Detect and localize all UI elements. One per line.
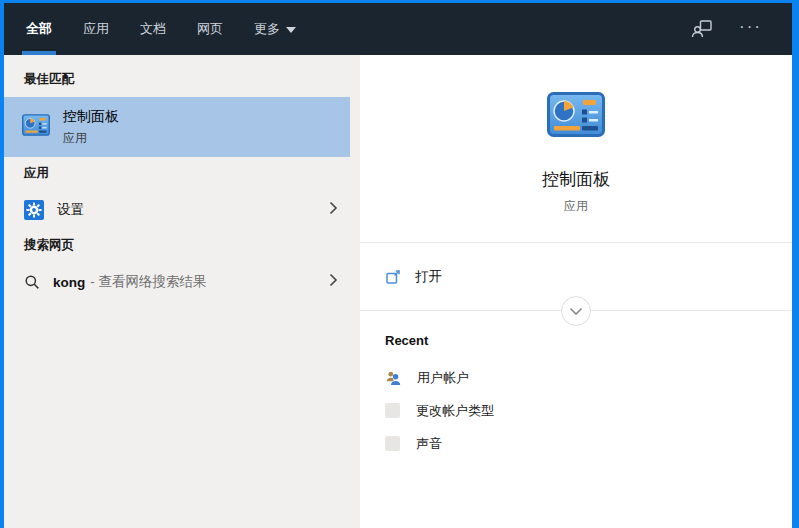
tab-all[interactable]: 全部 bbox=[24, 3, 54, 55]
blank-icon bbox=[385, 403, 400, 418]
best-match-title: 控制面板 bbox=[63, 108, 119, 126]
result-settings[interactable]: 设置 bbox=[4, 191, 360, 229]
result-control-panel[interactable]: 控制面板 应用 bbox=[4, 97, 350, 157]
recent-item-label: 更改帐户类型 bbox=[416, 402, 494, 420]
tab-documents[interactable]: 文档 bbox=[138, 3, 168, 55]
recent-header: Recent bbox=[385, 333, 792, 348]
best-match-header: 最佳匹配 bbox=[4, 63, 360, 97]
chevron-right-icon bbox=[328, 273, 338, 291]
recent-section: Recent 用户帐户 更改帐户类型 bbox=[360, 311, 792, 460]
settings-label: 设置 bbox=[57, 201, 84, 219]
search-tabs-bar: 全部 应用 文档 网页 更多 bbox=[4, 3, 792, 55]
blank-icon bbox=[385, 436, 400, 451]
search-content: 最佳匹配 bbox=[4, 55, 792, 528]
preview-panel: 控制面板 应用 打开 bbox=[360, 55, 792, 528]
open-action-label: 打开 bbox=[415, 268, 442, 286]
results-panel: 最佳匹配 bbox=[4, 55, 360, 528]
recent-item-label: 声音 bbox=[416, 435, 442, 453]
tab-documents-label: 文档 bbox=[140, 20, 166, 38]
open-external-icon bbox=[385, 269, 401, 285]
recent-item-change-account-type[interactable]: 更改帐户类型 bbox=[385, 394, 792, 427]
preview-title: 控制面板 bbox=[360, 168, 792, 191]
apps-section-header: 应用 bbox=[4, 157, 360, 191]
control-panel-icon-large bbox=[547, 123, 605, 140]
tab-more[interactable]: 更多 bbox=[252, 3, 298, 55]
search-icon bbox=[24, 274, 40, 290]
settings-gear-icon bbox=[24, 200, 44, 220]
web-search-description: - 查看网络搜索结果 bbox=[90, 273, 206, 291]
chevron-right-icon bbox=[328, 201, 338, 219]
divider bbox=[360, 310, 792, 311]
expand-button[interactable] bbox=[561, 296, 591, 326]
result-web-search[interactable]: kong - 查看网络搜索结果 bbox=[4, 263, 360, 301]
user-accounts-icon bbox=[385, 370, 401, 386]
recent-item-user-accounts[interactable]: 用户帐户 bbox=[385, 361, 792, 394]
tab-apps-label: 应用 bbox=[83, 20, 109, 38]
tabs-group: 全部 应用 文档 网页 更多 bbox=[4, 3, 298, 55]
user-preview-icon[interactable] bbox=[691, 19, 713, 39]
control-panel-icon bbox=[22, 114, 50, 140]
recent-item-sound[interactable]: 声音 bbox=[385, 427, 792, 460]
best-match-subtitle: 应用 bbox=[63, 130, 119, 147]
topbar-icons: ··· bbox=[691, 3, 792, 55]
preview-subtitle: 应用 bbox=[360, 198, 792, 215]
tab-web-label: 网页 bbox=[197, 20, 223, 38]
web-section-header: 搜索网页 bbox=[4, 229, 360, 263]
tab-web[interactable]: 网页 bbox=[195, 3, 225, 55]
web-search-query: kong bbox=[53, 275, 85, 290]
tab-more-label: 更多 bbox=[254, 20, 280, 38]
search-flyout-window: 全部 应用 文档 网页 更多 bbox=[0, 0, 799, 528]
tab-all-label: 全部 bbox=[26, 20, 52, 38]
more-options-icon[interactable]: ··· bbox=[739, 18, 762, 41]
dropdown-arrow-icon bbox=[286, 27, 296, 33]
recent-item-label: 用户帐户 bbox=[417, 369, 469, 387]
chevron-down-icon bbox=[569, 307, 583, 316]
tab-apps[interactable]: 应用 bbox=[81, 3, 111, 55]
